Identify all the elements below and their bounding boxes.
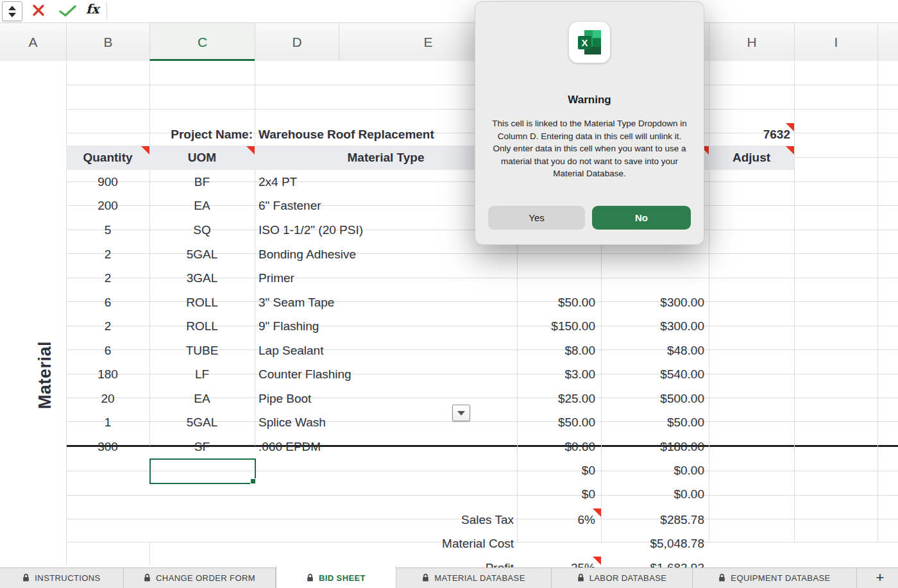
material-cell[interactable]: Primer — [258, 266, 473, 290]
uom-cell[interactable]: 3GAL — [149, 266, 255, 290]
material-cell[interactable]: Bonding Adhesive — [258, 242, 473, 267]
unit-cost-cell[interactable]: $50.00 — [517, 290, 595, 315]
fill-handle[interactable] — [250, 478, 256, 484]
total-cell[interactable]: $300.00 — [601, 290, 704, 315]
qty-cell[interactable]: 2 — [66, 314, 149, 339]
header-adjust[interactable]: Adjust — [709, 146, 794, 170]
qty-cell[interactable]: 200 — [66, 194, 149, 218]
uom-cell[interactable]: ROLL — [149, 314, 255, 339]
material-cell[interactable]: ISO 1-1/2" (20 PSI) — [258, 218, 473, 242]
dialog-title: Warning — [475, 94, 704, 106]
uom-cell[interactable]: EA — [149, 387, 255, 411]
stepper-down-icon[interactable] — [8, 13, 16, 17]
total-cell[interactable]: $500.00 — [601, 387, 704, 411]
qty-cell[interactable]: 2 — [66, 266, 149, 290]
dropdown-button[interactable] — [452, 405, 470, 421]
comment-flag-quantity — [141, 146, 149, 155]
tab-label: INSTRUCTIONS — [35, 573, 100, 583]
tab-equipment-database[interactable]: EQUIPMENT DATABASE — [693, 568, 857, 588]
comment-flag-uom — [246, 146, 255, 155]
header-quantity[interactable]: Quantity — [66, 146, 149, 170]
total-cell[interactable]: $0.00 — [601, 482, 704, 507]
tab-material-database[interactable]: MATERIAL DATABASE — [396, 568, 552, 588]
tab-change-order-form[interactable]: CHANGE ORDER FORM — [124, 568, 276, 588]
total-cell[interactable]: $540.00 — [601, 362, 704, 387]
worksheet-grid: Project Name: Warehouse Roof Replacement… — [0, 61, 898, 567]
unit-cost-cell[interactable]: $0 — [517, 458, 595, 483]
unit-cost-cell[interactable]: $8.00 — [517, 339, 595, 363]
selected-cell[interactable] — [149, 458, 256, 484]
summary-amount[interactable]: $5,048.78 — [601, 532, 704, 556]
uom-cell[interactable]: TUBE — [149, 339, 255, 363]
tab-instructions[interactable]: INSTRUCTIONS — [0, 568, 124, 588]
qty-cell[interactable]: 20 — [66, 387, 149, 411]
column-header-h[interactable]: H — [709, 23, 794, 61]
qty-cell[interactable]: 5 — [66, 218, 149, 242]
material-cell[interactable]: Counter Flashing — [258, 362, 473, 387]
qty-cell[interactable]: 900 — [66, 170, 149, 194]
section-label-material: Material — [35, 341, 55, 409]
uom-cell[interactable]: ROLL — [149, 290, 255, 315]
yes-button[interactable]: Yes — [488, 206, 585, 230]
lock-icon — [718, 573, 725, 582]
header-uom[interactable]: UOM — [149, 146, 255, 170]
unit-cost-cell[interactable]: $0.60 — [517, 435, 595, 459]
bid-number-cell[interactable]: 7632 — [709, 122, 790, 147]
qty-cell[interactable]: 6 — [66, 290, 149, 315]
total-cell[interactable]: $300.00 — [601, 314, 704, 339]
insert-function-icon[interactable]: fx — [86, 1, 99, 17]
unit-cost-cell[interactable]: $150.00 — [517, 314, 595, 339]
uom-cell[interactable]: 5GAL — [149, 410, 255, 435]
summary-label[interactable]: Sales Tax — [255, 508, 514, 532]
material-cell[interactable]: 2x4 PT — [258, 170, 473, 194]
column-header-a[interactable]: A — [0, 23, 66, 61]
stepper-up-icon[interactable] — [8, 6, 16, 10]
summary-label[interactable]: Material Cost — [255, 532, 514, 556]
total-cell[interactable]: $180.00 — [601, 435, 704, 459]
uom-cell[interactable]: EA — [149, 194, 255, 218]
lock-icon — [144, 573, 151, 582]
total-cell[interactable]: $50.00 — [601, 410, 704, 435]
qty-cell[interactable]: 6 — [66, 339, 149, 363]
material-cell[interactable]: Lap Sealant — [258, 339, 473, 363]
column-header-i[interactable]: I — [794, 23, 877, 61]
qty-cell[interactable]: 300 — [66, 435, 149, 459]
unit-cost-cell[interactable]: $3.00 — [517, 362, 595, 387]
material-cell[interactable]: 9" Flashing — [258, 314, 473, 339]
uom-cell[interactable]: BF — [149, 170, 255, 194]
project-name-label-cell[interactable]: Project Name: — [149, 122, 253, 147]
summary-pct[interactable]: 6% — [517, 508, 595, 532]
column-header-c-selected[interactable]: C — [149, 23, 255, 61]
column-header-b[interactable]: B — [66, 23, 149, 61]
total-cell[interactable]: $0.00 — [601, 458, 704, 483]
warning-dialog: X Warning This cell is linked to the Mat… — [475, 1, 704, 245]
tab-labor-database[interactable]: LABOR DATABASE — [552, 568, 693, 588]
uom-cell[interactable]: SF — [149, 435, 255, 459]
tab-bid-sheet[interactable]: BID SHEET — [276, 566, 396, 588]
material-cell[interactable]: Splice Wash — [258, 410, 473, 435]
uom-cell[interactable]: LF — [149, 362, 255, 387]
qty-cell[interactable]: 2 — [66, 242, 149, 267]
add-sheet-button[interactable]: + — [867, 568, 893, 588]
uom-cell[interactable]: 5GAL — [149, 242, 255, 267]
qty-cell[interactable]: 180 — [66, 362, 149, 387]
total-cell[interactable]: $48.00 — [601, 339, 704, 363]
uom-cell[interactable]: SQ — [149, 218, 255, 242]
qty-cell[interactable]: 1 — [66, 410, 149, 435]
accept-entry-icon[interactable] — [59, 4, 77, 20]
unit-cost-cell[interactable]: $50.00 — [517, 410, 595, 435]
no-button[interactable]: No — [592, 206, 691, 230]
sheet-tab-bar: INSTRUCTIONS CHANGE ORDER FORM BID SHEET… — [0, 567, 898, 588]
tab-label: CHANGE ORDER FORM — [156, 573, 255, 583]
column-header-j[interactable] — [877, 23, 898, 61]
summary-amount[interactable]: $285.78 — [601, 508, 704, 532]
column-header-d[interactable]: D — [255, 23, 339, 61]
cancel-entry-icon[interactable] — [32, 4, 45, 19]
material-cell[interactable]: 3" Seam Tape — [258, 290, 473, 315]
material-cell[interactable]: .060 EPDM — [258, 435, 473, 459]
material-cell[interactable]: Pipe Boot — [258, 387, 473, 411]
name-box-stepper[interactable] — [2, 1, 22, 21]
material-cell[interactable]: 6" Fastener — [258, 194, 473, 218]
unit-cost-cell[interactable]: $25.00 — [517, 387, 595, 411]
unit-cost-cell[interactable]: $0 — [517, 482, 595, 507]
